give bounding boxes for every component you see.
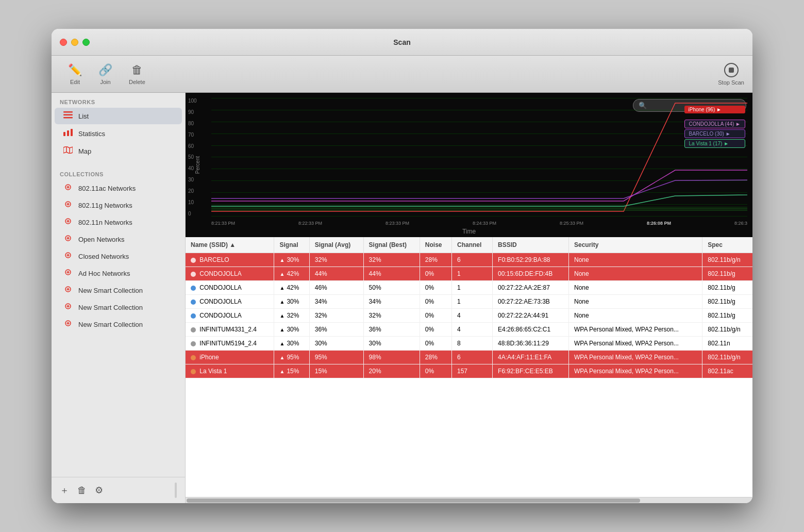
cell-bssid: 4A:A4:AF:11:E1:FA bbox=[493, 351, 569, 364]
collection-label: Closed Networks bbox=[78, 253, 129, 260]
horizontal-scrollbar[interactable] bbox=[186, 497, 752, 503]
cell-security: WPA Personal Mixed, WPA2 Person... bbox=[568, 364, 702, 378]
stop-icon bbox=[724, 63, 739, 77]
toolbar: ✏️ Edit 🔗 Join 🗑 Delete Stop Scan bbox=[52, 56, 752, 93]
sidebar-item-statistics[interactable]: Statistics bbox=[55, 125, 182, 142]
scroll-thumb[interactable] bbox=[187, 498, 640, 503]
cell-noise: 0% bbox=[420, 364, 451, 378]
maximize-button[interactable] bbox=[82, 39, 90, 46]
legend-barcelo: BARCELO (30) ► bbox=[684, 129, 745, 138]
table-row[interactable]: CONDOJOLLA ▲42% 46% 50% 0% 1 00:27:22:AA… bbox=[186, 281, 752, 295]
sidebar-item-smart1[interactable]: New Smart Collection bbox=[55, 282, 182, 298]
table-row[interactable]: La Vista 1 ▲15% 15% 20% 0% 157 F6:92:BF:… bbox=[186, 364, 752, 378]
edit-button[interactable]: ✏️ Edit bbox=[60, 59, 90, 89]
cell-signal-best: 44% bbox=[363, 267, 420, 281]
legend-lavista-label: La Vista 1 (17) ► bbox=[689, 141, 729, 146]
table-row[interactable]: INFINITUM4331_2.4 ▲30% 36% 36% 0% 4 E4:2… bbox=[186, 323, 752, 337]
cell-signal-avg: 32% bbox=[309, 253, 363, 267]
sidebar-item-map[interactable]: Map bbox=[55, 143, 182, 159]
col-security[interactable]: Security bbox=[568, 237, 702, 253]
cell-channel: 6 bbox=[451, 253, 492, 267]
cell-signal-best: 30% bbox=[363, 337, 420, 351]
sidebar-list-label: List bbox=[78, 112, 89, 120]
sidebar-item-list[interactable]: List bbox=[55, 108, 182, 124]
titlebar: Scan bbox=[52, 29, 752, 56]
cell-name: La Vista 1 bbox=[186, 364, 274, 378]
sidebar-item-80211g[interactable]: 802.11g Networks bbox=[55, 197, 182, 213]
cell-signal-avg: 15% bbox=[309, 364, 363, 378]
sidebar-item-closed[interactable]: Closed Networks bbox=[55, 248, 182, 264]
chart-legend: iPhone (96) ► CONDOJOLLA (44) ► BARCELO … bbox=[684, 106, 745, 148]
close-button[interactable] bbox=[60, 39, 67, 46]
cell-noise: 0% bbox=[420, 309, 451, 323]
cell-signal: ▲95% bbox=[274, 351, 309, 364]
cell-signal: ▲30% bbox=[274, 337, 309, 351]
cell-channel: 1 bbox=[451, 295, 492, 309]
svg-marker-6 bbox=[63, 146, 73, 154]
list-icon bbox=[63, 111, 73, 121]
networks-table: Name (SSID) ▲ Signal Signal (Avg) Signal… bbox=[186, 237, 752, 378]
col-channel[interactable]: Channel bbox=[451, 237, 492, 253]
minimize-button[interactable] bbox=[71, 39, 78, 46]
join-label: Join bbox=[100, 79, 110, 85]
join-button[interactable]: 🔗 Join bbox=[90, 59, 121, 89]
cell-name: iPhone bbox=[186, 351, 274, 364]
col-noise[interactable]: Noise bbox=[420, 237, 451, 253]
delete-collection-button[interactable]: 🗑 bbox=[77, 485, 87, 496]
cell-security: None bbox=[568, 267, 702, 281]
delete-icon: 🗑 bbox=[131, 63, 143, 77]
col-bssid[interactable]: BSSID bbox=[493, 237, 569, 253]
legend-condojolla: CONDOJOLLA (44) ► bbox=[684, 120, 745, 128]
sidebar-item-smart2[interactable]: New Smart Collection bbox=[55, 299, 182, 315]
table-row[interactable]: BARCELO ▲30% 32% 32% 28% 6 F0:B0:52:29:B… bbox=[186, 253, 752, 267]
sidebar-item-open[interactable]: Open Networks bbox=[55, 231, 182, 247]
delete-button[interactable]: 🗑 Delete bbox=[121, 59, 154, 89]
table-area[interactable]: Name (SSID) ▲ Signal Signal (Avg) Signal… bbox=[186, 237, 752, 497]
col-signal-best[interactable]: Signal (Best) bbox=[363, 237, 420, 253]
network-dot bbox=[191, 286, 196, 291]
cell-security: WPA Personal Mixed, WPA2 Person... bbox=[568, 323, 702, 337]
table-header: Name (SSID) ▲ Signal Signal (Avg) Signal… bbox=[186, 237, 752, 253]
cell-spec: 802.11b/g bbox=[702, 281, 752, 295]
sidebar-map-label: Map bbox=[78, 147, 91, 155]
sidebar-item-80211n[interactable]: 802.11n Networks bbox=[55, 214, 182, 230]
table-row[interactable]: CONDOJOLLA ▲30% 34% 34% 0% 1 00:27:22:AE… bbox=[186, 295, 752, 309]
legend-iphone-label: iPhone (96) ► bbox=[689, 107, 722, 112]
cell-name: CONDOJOLLA bbox=[186, 295, 274, 309]
y-axis-label: Percent bbox=[195, 156, 200, 174]
table-row[interactable]: CONDOJOLLA ▲42% 44% 44% 0% 1 00:15:6D:DE… bbox=[186, 267, 752, 281]
sidebar-item-adhoc[interactable]: Ad Hoc Networks bbox=[55, 265, 182, 281]
sidebar-statistics-label: Statistics bbox=[78, 130, 105, 138]
table-row[interactable]: INFINITUM5194_2.4 ▲30% 30% 30% 0% 8 48:8… bbox=[186, 337, 752, 351]
collection-label: New Smart Collection bbox=[78, 321, 143, 328]
add-collection-button[interactable]: ＋ bbox=[60, 484, 69, 496]
network-dot bbox=[191, 369, 196, 374]
cell-bssid: 48:8D:36:36:11:29 bbox=[493, 337, 569, 351]
collection-icon bbox=[63, 303, 73, 312]
collection-icon bbox=[63, 252, 73, 261]
col-name[interactable]: Name (SSID) ▲ bbox=[186, 237, 274, 253]
stop-scan-button[interactable]: Stop Scan bbox=[718, 63, 744, 86]
cell-channel: 4 bbox=[451, 309, 492, 323]
cell-bssid: 00:27:22:AE:73:3B bbox=[493, 295, 569, 309]
cell-name: INFINITUM4331_2.4 bbox=[186, 323, 274, 337]
col-spec[interactable]: Spec bbox=[702, 237, 752, 253]
table-row[interactable]: CONDOJOLLA ▲32% 32% 32% 0% 4 00:27:22:2A… bbox=[186, 309, 752, 323]
collection-label: New Smart Collection bbox=[78, 287, 143, 294]
chart-area: 🔍 100908070 60504030 20100 bbox=[186, 93, 752, 237]
cell-noise: 0% bbox=[420, 323, 451, 337]
cell-signal: ▲30% bbox=[274, 323, 309, 337]
settings-button[interactable]: ⚙ bbox=[95, 485, 103, 496]
col-signal[interactable]: Signal bbox=[274, 237, 309, 253]
network-dot bbox=[191, 327, 196, 332]
cell-noise: 0% bbox=[420, 295, 451, 309]
table-row[interactable]: iPhone ▲95% 95% 98% 28% 6 4A:A4:AF:11:E1… bbox=[186, 351, 752, 364]
sidebar-item-80211ac[interactable]: 802.11ac Networks bbox=[55, 180, 182, 196]
cell-security: WPA Personal Mixed, WPA2 Person... bbox=[568, 351, 702, 364]
window-title: Scan bbox=[393, 38, 410, 46]
col-signal-avg[interactable]: Signal (Avg) bbox=[309, 237, 363, 253]
resize-handle[interactable] bbox=[175, 483, 177, 498]
sidebar-item-smart3[interactable]: New Smart Collection bbox=[55, 316, 182, 332]
svg-rect-1 bbox=[63, 114, 73, 116]
svg-rect-2 bbox=[63, 117, 73, 119]
